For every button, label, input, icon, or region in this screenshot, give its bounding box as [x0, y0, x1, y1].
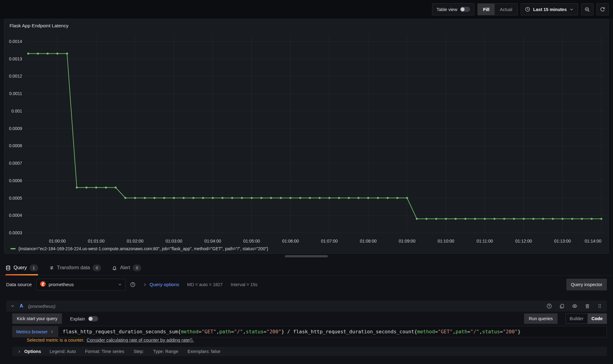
- query-options-toggle[interactable]: Query options: [143, 282, 179, 287]
- query-token: =: [198, 329, 201, 335]
- option-type: Type: Range: [153, 349, 178, 354]
- clock-icon: [525, 7, 530, 12]
- query-token: status: [246, 329, 264, 335]
- query-token: method: [181, 329, 199, 335]
- svg-text:0.0009: 0.0009: [9, 126, 22, 131]
- time-range-button[interactable]: Last 15 minutes: [521, 3, 578, 15]
- tab-query[interactable]: Query 1: [6, 260, 38, 275]
- editor-tabs: Query 1 Transform data 0 Alert 0: [0, 260, 613, 276]
- query-options-label: Query options: [150, 282, 179, 287]
- explain-switch[interactable]: [88, 316, 98, 321]
- zoom-out-button[interactable]: [581, 3, 593, 15]
- query-token: =: [231, 329, 234, 335]
- delete-query-button[interactable]: [584, 303, 591, 309]
- series-color-dash: [10, 248, 16, 249]
- option-exemplars: Exemplars: false: [187, 349, 220, 354]
- svg-text:0.001: 0.001: [11, 109, 22, 113]
- svg-text:0.0004: 0.0004: [9, 213, 22, 218]
- tab-query-badge: 1: [30, 265, 38, 271]
- query-inspector-button[interactable]: Query inspector: [566, 279, 607, 290]
- query-ref-id[interactable]: A: [20, 303, 23, 309]
- chevron-right-icon: [143, 283, 147, 287]
- datasource-picker[interactable]: prometheus: [36, 279, 126, 291]
- code-mode-button[interactable]: Code: [588, 314, 607, 324]
- query-token: path: [219, 329, 231, 335]
- chevron-right-icon: [50, 330, 54, 334]
- option-format: Format: Time series: [85, 349, 124, 354]
- builder-mode-button[interactable]: Builder: [566, 314, 588, 324]
- switch-knob: [89, 317, 93, 321]
- explain-toggle-group: Explain: [70, 316, 98, 321]
- query-token: }: [518, 329, 521, 335]
- latency-chart[interactable]: 0.00140.00130.00120.00110.0010.00090.000…: [4, 31, 609, 246]
- svg-text:01:05:00: 01:05:00: [243, 239, 260, 243]
- tab-label: Alert: [120, 265, 130, 270]
- query-options-collapsed-row[interactable]: Options Legend: Auto Format: Time series…: [12, 347, 607, 356]
- option-step: Step:: [133, 349, 144, 354]
- help-circle-icon: [546, 303, 552, 309]
- svg-text:0.0003: 0.0003: [9, 230, 22, 235]
- max-datapoints-text: MD = auto = 1827: [187, 282, 223, 287]
- svg-text:01:06:00: 01:06:00: [282, 239, 299, 243]
- tab-transform-badge: 0: [93, 265, 101, 271]
- chevron-down-icon: [569, 7, 574, 12]
- chevron-down-icon: [118, 282, 122, 287]
- toggle-query-visibility-button[interactable]: [571, 303, 578, 309]
- tab-alert-badge: 0: [133, 265, 141, 271]
- query-token: method: [417, 329, 435, 335]
- query-token: "GET": [201, 329, 216, 335]
- query-token: ,: [479, 329, 482, 335]
- query-token: "/": [234, 329, 243, 335]
- datasource-row: Data source prometheus Query options MD …: [0, 276, 613, 293]
- duplicate-query-button[interactable]: [559, 303, 565, 309]
- svg-text:01:03:00: 01:03:00: [166, 239, 182, 243]
- switch-knob: [461, 7, 465, 11]
- refresh-button[interactable]: [596, 3, 609, 15]
- panel-title: Flask App Endpoint Latency: [4, 19, 608, 29]
- promql-query-input[interactable]: flask_http_request_duration_seconds_sum{…: [58, 326, 607, 337]
- svg-text:01:02:00: 01:02:00: [127, 239, 144, 243]
- zoom-out-icon: [584, 7, 590, 12]
- kick-start-query-button[interactable]: Kick start your query: [12, 313, 62, 324]
- tab-label: Transform data: [57, 265, 90, 270]
- datasource-value: prometheus: [49, 282, 74, 287]
- tab-label: Query: [13, 265, 27, 270]
- explain-label: Explain: [70, 316, 85, 321]
- warning-rate-link[interactable]: Consider calculating rate of counter by …: [86, 337, 193, 343]
- query-row-actions: [546, 303, 603, 309]
- svg-text:01:08:00: 01:08:00: [360, 239, 377, 243]
- svg-text:01:04:00: 01:04:00: [205, 239, 221, 243]
- query-token: =: [467, 329, 470, 335]
- actual-button[interactable]: Actual: [495, 4, 517, 15]
- table-view-label: Table view: [436, 7, 457, 12]
- database-icon: [6, 265, 11, 270]
- legend-item[interactable]: {instance="ec2-184-169-216-224.us-west-1…: [10, 246, 268, 251]
- tab-transform-data[interactable]: Transform data 0: [49, 260, 101, 275]
- collapse-query-icon[interactable]: [10, 304, 15, 308]
- svg-text:0.0008: 0.0008: [9, 143, 22, 148]
- svg-text:01:10:00: 01:10:00: [438, 239, 454, 243]
- query-token: =: [263, 329, 266, 335]
- fill-button[interactable]: Fill: [478, 4, 495, 15]
- panel-editor-header: Table view Fill Actual Last 15 minutes: [0, 0, 613, 19]
- drag-query-handle[interactable]: [597, 303, 603, 309]
- svg-text:0.0005: 0.0005: [9, 196, 22, 201]
- options-label: Options: [24, 349, 41, 354]
- tab-alert[interactable]: Alert 0: [112, 260, 141, 275]
- query-token: "200": [266, 329, 281, 335]
- pane-resize-handle[interactable]: [285, 255, 328, 257]
- run-queries-button[interactable]: Run queries: [524, 313, 557, 324]
- svg-text:01:13:00: 01:13:00: [554, 239, 571, 243]
- table-view-switch[interactable]: [460, 7, 470, 12]
- grip-dots-icon: [597, 304, 602, 308]
- query-token: } / flask_http_request_duration_seconds_…: [281, 329, 417, 335]
- series-legend-label: {instance="ec2-184-169-216-224.us-west-1…: [18, 246, 268, 251]
- svg-text:01:11:00: 01:11:00: [477, 239, 493, 243]
- metrics-browser-button[interactable]: Metrics browser: [12, 326, 58, 337]
- warning-text: Selected metric is a counter.: [27, 337, 84, 343]
- transform-icon: [49, 265, 54, 270]
- query-field-row: Metrics browser flask_http_request_durat…: [12, 326, 607, 337]
- datasource-help-button[interactable]: [129, 281, 137, 289]
- query-help-button[interactable]: [546, 303, 553, 309]
- prometheus-logo-icon: [40, 281, 46, 288]
